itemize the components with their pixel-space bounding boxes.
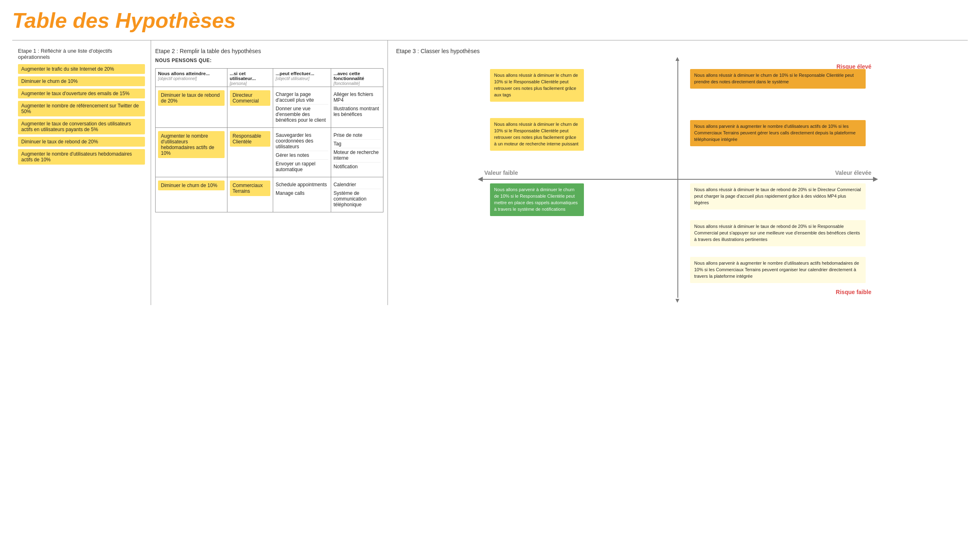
row-1-col4-item-1: Tag	[334, 140, 381, 148]
etape3-title: Etape 3 : Classer les hypothèses	[396, 48, 960, 54]
table-row-1: Augmenter le nombre d'utilisateurs hebdo…	[156, 128, 383, 177]
row-1-col2: Responsable Clientèle	[227, 128, 273, 177]
row-1-col4: Prise de noteTagMoteur de recherche inte…	[331, 128, 383, 177]
etape1-item-1: Diminuer le churn de 10%	[18, 76, 145, 86]
quad-br-card-2: Nous allons parvenir à augmenter le nomb…	[690, 257, 866, 283]
row-2-col3: Schedule appointmentsManage calls	[273, 177, 331, 212]
etape1-section: Etape 1 : Réfléchir à une liste d'object…	[12, 40, 151, 305]
row-0-col4-item-0: Alléger les fichiers MP4	[334, 90, 381, 105]
quad-tl-card-0: Nous allons réussir à diminuer le churn …	[490, 69, 584, 102]
label-valeur-elevee: Valeur élevée	[835, 170, 871, 176]
quad-bl-card-0: Nous allons parvenir à diminuer le churn…	[490, 183, 584, 216]
etape1-items: Augmenter le trafic du site Internet de …	[18, 64, 145, 167]
etape1-item-4: Augmenter le taux de conversation des ut…	[18, 119, 145, 134]
row-0-col2: Directeur Commercial	[227, 87, 273, 128]
row-1-col3-item-0: Sauvegarder les coordonnées des utilisat…	[276, 131, 328, 151]
main-layout: Etape 1 : Réfléchir à une liste d'object…	[12, 40, 968, 305]
quad-br-card-1: Nous allons réussir à diminuer le taux d…	[690, 220, 866, 246]
row-2-col4-item-1: Système de communication téléphonique	[334, 189, 381, 209]
row-1-col3-item-1: Gérer les notes	[276, 151, 328, 160]
col-header-2: ...peut effectuer...[objectif utilisateu…	[273, 69, 331, 87]
row-1-col3-item-2: Envoyer un rappel automatique	[276, 160, 328, 174]
etape1-item-2: Augmenter le taux d'ouverture des emails…	[18, 89, 145, 98]
axis-vertical	[677, 61, 678, 298]
row-1-col4-item-3: Notification	[334, 163, 381, 171]
row-1-col3: Sauvegarder les coordonnées des utilisat…	[273, 128, 331, 177]
row-0-col1: Diminuer le taux de rebond de 20%	[156, 87, 227, 128]
row-0-col4: Alléger les fichiers MP4Illustrations mo…	[331, 87, 383, 128]
table-row-0: Diminuer le taux de rebond de 20%Directe…	[156, 87, 383, 128]
quad-tr-card-1: Nous allons parvenir à augmenter le nomb…	[690, 120, 866, 146]
etape1-title: Etape 1 : Réfléchir à une liste d'object…	[18, 48, 145, 60]
row-2-col1: Diminuer le churn de 10%	[156, 177, 227, 212]
row-1-col1: Augmenter le nombre d'utilisateurs hebdo…	[156, 128, 227, 177]
label-risque-faible: Risque faible	[836, 289, 871, 295]
row-2-col4-item-0: Calendrier	[334, 181, 381, 189]
row-2-col3-item-0: Schedule appointments	[276, 181, 328, 189]
row-2-col2: Commerciaux Terrains	[227, 177, 273, 212]
etape1-item-3: Augmenter le nombre de référencement sur…	[18, 101, 145, 116]
etape3-section: Etape 3 : Classer les hypothèses Risque …	[388, 40, 968, 305]
page-title: Table des Hypothèses	[12, 8, 968, 33]
row-0-col3-item-1: Donner une vue d'ensemble des bénéfices …	[276, 105, 328, 124]
quadrant-container: Risque élevé Risque faible Valeur faible…	[482, 61, 874, 298]
etape1-item-0: Augmenter le trafic du site Internet de …	[18, 64, 145, 74]
quad-tl-card-1: Nous allons réussir à diminuer le churn …	[490, 118, 584, 151]
nous-pensons-label: NOUS PENSONS QUE:	[155, 58, 383, 63]
etape2-title: Etape 2 : Remplir la table des hypothèse…	[155, 48, 383, 54]
row-2-col3-item-1: Manage calls	[276, 189, 328, 197]
row-0-col3-item-0: Charger la page d'accueil plus vite	[276, 90, 328, 105]
col-header-1: ...si cet utilisateur...[persona]	[227, 69, 273, 87]
row-0-col3: Charger la page d'accueil plus viteDonne…	[273, 87, 331, 128]
page: Table des Hypothèses Etape 1 : Réfléchir…	[0, 0, 980, 313]
etape1-item-5: Diminuer le taux de rebond de 20%	[18, 137, 145, 147]
row-2-col4: CalendrierSystème de communication télép…	[331, 177, 383, 212]
quad-br-card-0: Nous allons réussir à diminuer le taux d…	[690, 183, 866, 210]
hypothesis-table: Nous allons atteindre...[objectif opérat…	[155, 68, 383, 212]
quad-tr-card-0: Nous allons réussir à diminuer le churn …	[690, 69, 866, 89]
table-row-2: Diminuer le churn de 10%Commerciaux Terr…	[156, 177, 383, 212]
col-header-0: Nous allons atteindre...[objectif opérat…	[156, 69, 227, 87]
etape2-section: Etape 2 : Remplir la table des hypothèse…	[151, 40, 388, 305]
row-1-col4-item-2: Moteur de recherche interne	[334, 148, 381, 163]
label-valeur-faible: Valeur faible	[484, 170, 518, 176]
row-1-col4-item-0: Prise de note	[334, 131, 381, 140]
etape1-item-6: Augmenter le nombre d'utilisateurs hebdo…	[18, 149, 145, 165]
row-0-col4-item-1: Illustrations montrant les bénéfices	[334, 105, 381, 118]
col-header-3: ...avec cette fonctionnalité[fonctionnal…	[331, 69, 383, 87]
